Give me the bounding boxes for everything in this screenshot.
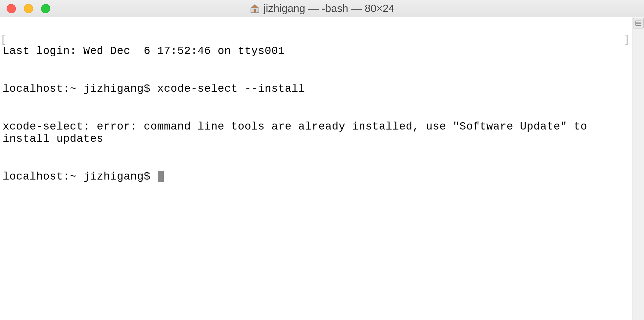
window-titlebar[interactable]: jizhigang — -bash — 80×24 [0,0,644,17]
alternate-screen-button[interactable] [633,18,644,28]
terminal-line: Last login: Wed Dec 6 17:52:46 on ttys00… [3,45,629,58]
close-button[interactable] [7,4,16,13]
window-title-container: jizhigang — -bash — 80×24 [250,2,394,15]
terminal-prompt: localhost:~ jizhigang$ [3,171,157,183]
terminal-line: xcode-select: error: command line tools … [3,121,629,146]
scrollbar-gutter[interactable] [632,17,644,320]
cursor [158,171,164,182]
terminal-line: localhost:~ jizhigang$ xcode-select --in… [3,83,629,95]
minimize-button[interactable] [24,4,33,13]
terminal-body: [ ] Last login: Wed Dec 6 17:52:46 on tt… [0,17,644,320]
terminal-prompt-line: localhost:~ jizhigang$ [3,171,629,183]
home-icon [250,3,260,14]
zoom-button[interactable] [41,4,50,13]
terminal-content[interactable]: Last login: Wed Dec 6 17:52:46 on ttys00… [0,17,632,320]
terminal-window: jizhigang — -bash — 80×24 [ ] Last login… [0,0,644,320]
svg-rect-0 [254,9,255,12]
svg-rect-1 [636,21,641,26]
window-title: jizhigang — -bash — 80×24 [263,2,394,15]
traffic-lights [0,4,50,13]
